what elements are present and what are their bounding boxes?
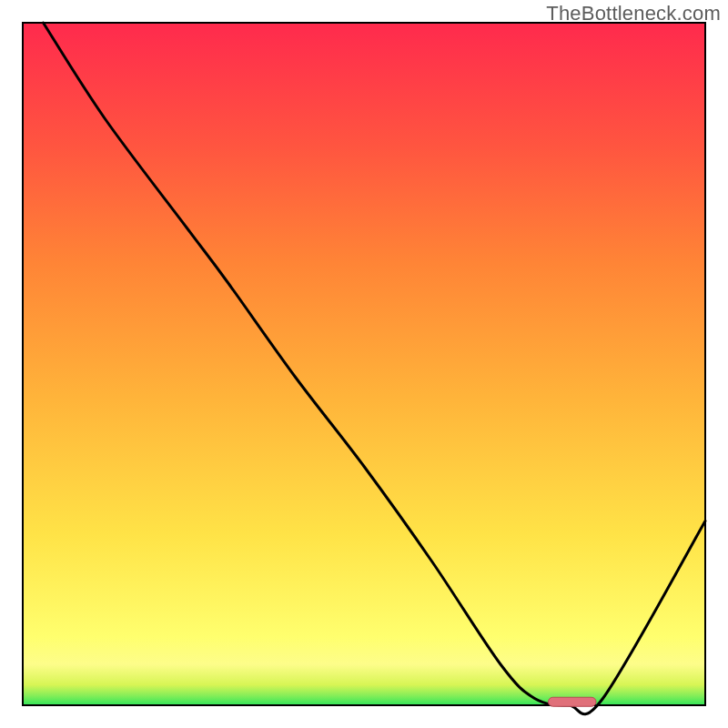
optimal-marker bbox=[549, 697, 597, 706]
bottleneck-chart: TheBottleneck.com bbox=[0, 0, 728, 728]
chart-svg bbox=[0, 0, 728, 728]
plot-background bbox=[23, 23, 705, 705]
watermark-text: TheBottleneck.com bbox=[546, 2, 721, 25]
